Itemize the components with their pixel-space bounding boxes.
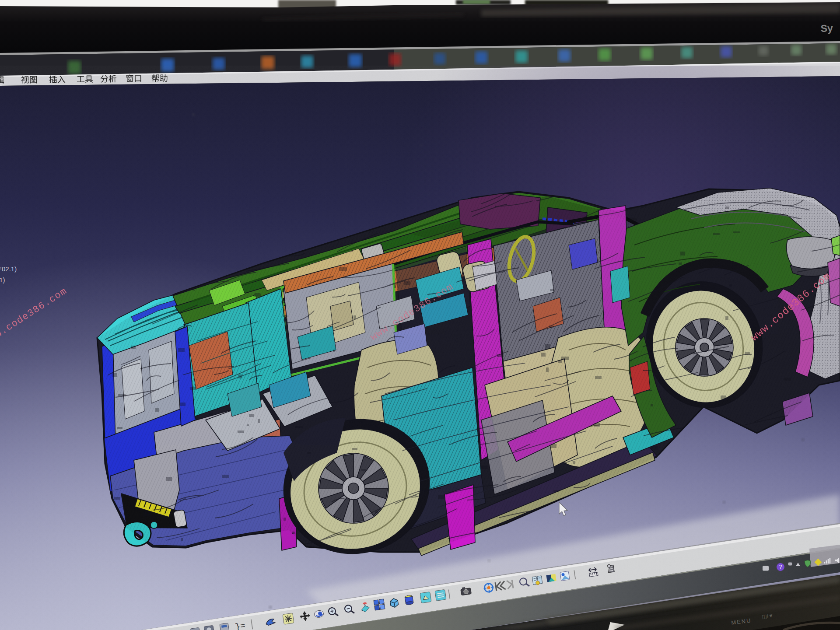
svg-text:Sy: Sy xyxy=(820,22,833,34)
